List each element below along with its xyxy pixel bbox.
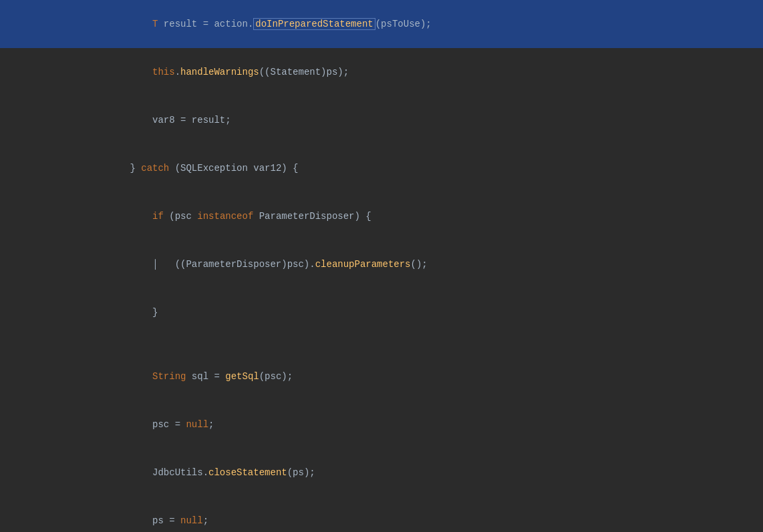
line-text: psc = null;: [33, 401, 763, 449]
code-line: var8 = result;: [0, 96, 763, 144]
line-text: this.handleWarnings((Statement)ps);: [33, 48, 763, 96]
line-text: var8 = result;: [33, 96, 763, 144]
line-text: }: [33, 288, 763, 336]
code-line: JdbcUtils.closeStatement(ps);: [0, 449, 763, 497]
code-line: if (psc instanceof ParameterDisposer) {: [0, 192, 763, 240]
line-text: [33, 336, 763, 352]
line-text: JdbcUtils.closeStatement(ps);: [33, 449, 763, 497]
code-line: }: [0, 288, 763, 336]
code-lines: T result = action.doInPreparedStatement(…: [0, 0, 763, 532]
code-line: } catch (SQLException var12) {: [0, 144, 763, 192]
line-text: if (psc instanceof ParameterDisposer) {: [33, 192, 763, 240]
code-line: │ ((ParameterDisposer)psc).cleanupParame…: [0, 240, 763, 288]
line-text: ps = null;: [33, 497, 763, 532]
code-line: String sql = getSql(psc);: [0, 352, 763, 401]
line-text: │ ((ParameterDisposer)psc).cleanupParame…: [33, 240, 763, 288]
code-line: T result = action.doInPreparedStatement(…: [0, 0, 763, 48]
code-line: this.handleWarnings((Statement)ps);: [0, 48, 763, 96]
highlighted-method: doInPreparedStatement: [253, 18, 375, 30]
code-line: psc = null;: [0, 401, 763, 449]
code-line: ps = null;: [0, 497, 763, 532]
line-text: } catch (SQLException var12) {: [33, 144, 763, 192]
code-editor: T result = action.doInPreparedStatement(…: [0, 0, 763, 532]
code-line: [0, 336, 763, 352]
line-text: T result = action.doInPreparedStatement(…: [33, 0, 763, 48]
line-text: String sql = getSql(psc);: [33, 352, 763, 401]
